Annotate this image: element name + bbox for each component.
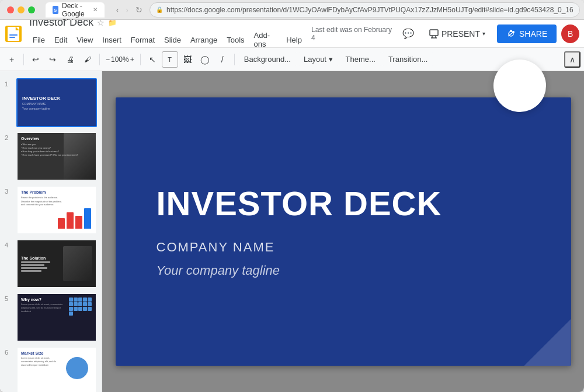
slide-number-3: 3 bbox=[5, 188, 13, 195]
divider-4 bbox=[234, 54, 235, 65]
thumb2-item4: • How much have you raised? Who are your… bbox=[21, 153, 92, 156]
menu-slide[interactable]: Slide bbox=[159, 33, 186, 47]
image-tool[interactable]: 🖼 bbox=[179, 51, 196, 68]
present-icon bbox=[429, 29, 439, 39]
thumb4-title: The Solution bbox=[21, 256, 50, 260]
tab-close-icon[interactable]: ✕ bbox=[93, 6, 98, 13]
thumb1-tagline: Your company tagline bbox=[22, 107, 91, 110]
undo-redo-group: ↩ ↪ bbox=[27, 51, 61, 68]
menu-file[interactable]: File bbox=[28, 33, 50, 47]
menu-tools[interactable]: Tools bbox=[222, 33, 249, 47]
undo-button[interactable]: ↩ bbox=[27, 51, 44, 68]
slide-area: INVESTOR DECK COMPANY NAME Your company … bbox=[102, 71, 584, 392]
slide-number-5: 5 bbox=[5, 295, 13, 302]
share-icon bbox=[506, 29, 516, 38]
browser-tab[interactable]: S Investor Deck - Google Slides ✕ bbox=[46, 2, 105, 18]
menu-arrange[interactable]: Arrange bbox=[186, 33, 222, 47]
app-header: Investor Deck ☆ 📁 File Edit View Insert … bbox=[0, 20, 584, 48]
svg-rect-6 bbox=[9, 37, 15, 38]
address-bar[interactable]: 🔒 https://docs.google.com/presentation/d… bbox=[150, 2, 580, 18]
slide-image-6: Market Size Lorem ipsum dolor sit amet, … bbox=[16, 346, 97, 392]
toolbar-right: ∧ bbox=[564, 51, 580, 68]
zoom-control[interactable]: − 100% + bbox=[103, 55, 137, 64]
svg-rect-7 bbox=[430, 30, 438, 36]
star-icon[interactable]: ☆ bbox=[97, 20, 105, 27]
slide-corner-decoration bbox=[524, 319, 571, 366]
layout-label: Layout ▾ bbox=[304, 55, 333, 64]
avatar-initial: B bbox=[568, 29, 573, 38]
thumb3-title: The Problem bbox=[21, 190, 92, 194]
slide-main-title: INVESTOR DECK bbox=[157, 185, 530, 222]
line-tool[interactable]: / bbox=[214, 51, 231, 68]
slide-number-4: 4 bbox=[5, 242, 13, 249]
zoom-in-icon[interactable]: + bbox=[130, 55, 134, 64]
slide-image-4: The Solution bbox=[16, 239, 97, 288]
shapes-tool[interactable]: ◯ bbox=[197, 51, 213, 68]
print-button[interactable]: 🖨 bbox=[62, 51, 78, 68]
slide-tagline: Your company tagline bbox=[157, 263, 530, 278]
divider-1 bbox=[23, 54, 24, 65]
doc-title: Investor Deck bbox=[29, 20, 93, 29]
folder-icon[interactable]: 📁 bbox=[108, 20, 117, 27]
background-label: Background... bbox=[244, 55, 291, 64]
user-avatar[interactable]: B bbox=[561, 24, 579, 43]
present-dropdown-icon[interactable]: ▾ bbox=[482, 30, 485, 37]
divider-3 bbox=[140, 54, 141, 65]
slide-thumb-2[interactable]: 2 Overview • Who are you • How much are … bbox=[0, 130, 102, 183]
comments-button[interactable]: 💬 bbox=[399, 24, 417, 43]
menu-help[interactable]: Help bbox=[281, 33, 307, 47]
zoom-level-text: 100% bbox=[111, 55, 129, 64]
cursor-tool[interactable]: ↖ bbox=[144, 51, 161, 68]
present-button[interactable]: PRESENT ▾ bbox=[422, 25, 492, 43]
close-button[interactable] bbox=[7, 6, 14, 13]
share-highlight bbox=[493, 60, 546, 112]
thumb1-sub: COMPANY NAME bbox=[22, 102, 91, 106]
slide-panel: 1 INVESTOR DECK COMPANY NAME Your compan… bbox=[0, 71, 102, 392]
thumb6-title: Market Size bbox=[21, 351, 62, 355]
thumb5-title: Why now? bbox=[21, 298, 65, 302]
last-edit-text: Last edit was on February 4 bbox=[311, 26, 394, 42]
nav-forward-icon[interactable]: › bbox=[126, 5, 128, 15]
toolbar-add-btn[interactable]: + bbox=[4, 51, 20, 68]
slide-company-name: COMPANY NAME bbox=[157, 240, 530, 255]
reload-icon[interactable]: ↻ bbox=[135, 5, 142, 15]
slide-thumb-4[interactable]: 4 The Solution bbox=[0, 237, 102, 290]
theme-label: Theme... bbox=[346, 55, 376, 64]
nav-back-icon[interactable]: ‹ bbox=[116, 5, 119, 15]
slide-number-2: 2 bbox=[5, 134, 13, 141]
slide-thumb-1[interactable]: 1 INVESTOR DECK COMPANY NAME Your compan… bbox=[0, 76, 102, 130]
theme-button[interactable]: Theme... bbox=[340, 52, 381, 66]
svg-rect-5 bbox=[9, 34, 18, 36]
menu-view[interactable]: View bbox=[72, 33, 98, 47]
maximize-button[interactable] bbox=[28, 6, 35, 13]
lock-icon: 🔒 bbox=[156, 6, 163, 13]
redo-button[interactable]: ↪ bbox=[44, 51, 61, 68]
zoom-out-icon[interactable]: − bbox=[106, 55, 110, 64]
slide-image-5: Why now? Lorem ipsum dolor sit amet, con… bbox=[16, 293, 97, 342]
slide-thumb-6[interactable]: 6 Market Size Lorem ipsum dolor sit amet… bbox=[0, 344, 102, 392]
paint-format-button[interactable]: 🖌 bbox=[79, 51, 96, 68]
minimize-button[interactable] bbox=[18, 6, 25, 13]
menu-format[interactable]: Format bbox=[126, 33, 159, 47]
slide-thumb-5[interactable]: 5 Why now? Lorem ipsum dolor sit amet, c… bbox=[0, 290, 102, 344]
layout-button[interactable]: Layout ▾ bbox=[298, 52, 339, 66]
background-button[interactable]: Background... bbox=[238, 52, 297, 66]
menu-edit[interactable]: Edit bbox=[50, 33, 72, 47]
transition-label: Transition... bbox=[388, 55, 427, 64]
browser-frame: S Investor Deck - Google Slides ✕ ‹ › ↻ … bbox=[0, 0, 584, 392]
header-right: Last edit was on February 4 💬 PRESENT ▾ bbox=[311, 24, 579, 43]
menu-insert[interactable]: Insert bbox=[98, 33, 126, 47]
browser-titlebar: S Investor Deck - Google Slides ✕ ‹ › ↻ … bbox=[0, 0, 584, 20]
tab-favicon: S bbox=[53, 6, 58, 14]
text-tool[interactable]: T bbox=[162, 51, 178, 68]
slide-number-6: 6 bbox=[5, 349, 13, 356]
slide-thumb-3[interactable]: 3 The Problem Frame the problem to the a… bbox=[0, 183, 102, 237]
svg-point-14 bbox=[510, 30, 512, 32]
thumb2-item2: • How much are you raising? bbox=[21, 146, 92, 149]
share-label: SHARE bbox=[519, 29, 547, 38]
svg-point-13 bbox=[512, 31, 515, 33]
collapse-toolbar-button[interactable]: ∧ bbox=[564, 51, 580, 68]
transition-button[interactable]: Transition... bbox=[383, 52, 433, 66]
main-slide[interactable]: INVESTOR DECK COMPANY NAME Your company … bbox=[116, 97, 571, 366]
share-button[interactable]: SHARE bbox=[497, 24, 557, 43]
